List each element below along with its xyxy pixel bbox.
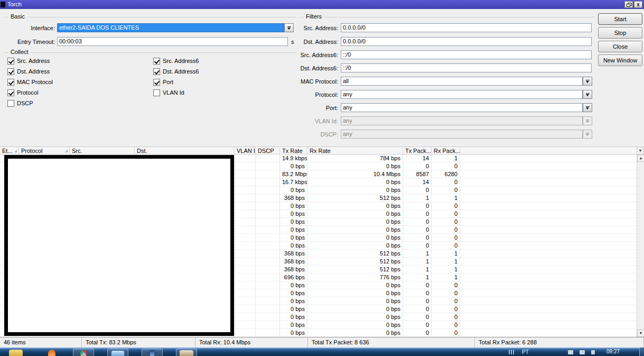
filter-dropdown-mac-protocol[interactable] (583, 77, 592, 86)
checkbox-checked-icon[interactable] (153, 68, 160, 75)
cell-tx-packets: 14 (403, 154, 432, 162)
cell-rx-packets: 0 (432, 218, 460, 225)
cell-tx-rate: 0 bps (280, 297, 307, 305)
clock[interactable]: 09:27 (606, 349, 620, 354)
cell-dscp (256, 218, 280, 225)
column-header-vlan-id[interactable]: VLAN Id (235, 147, 256, 154)
filter-field-port[interactable]: any (341, 103, 583, 112)
close-button[interactable]: Close (598, 41, 642, 52)
column-header-rx-pack[interactable]: Rx Pack... (432, 147, 460, 154)
filter-dropdown-vlan-id (583, 116, 592, 125)
cell-dscp (256, 305, 280, 313)
media-player-icon-glyph (48, 350, 55, 356)
interface-label: Interface: (2, 25, 55, 31)
cell-tx-rate: 0 bps (280, 218, 307, 225)
tray-icon[interactable] (591, 350, 595, 354)
app-window-icon[interactable] (107, 349, 128, 356)
combo-arrow-icon (586, 93, 590, 94)
cell-dscp (256, 273, 280, 281)
cell-vlan-id (235, 170, 256, 178)
paint-icon[interactable] (176, 349, 197, 356)
checkbox-checked-icon[interactable] (7, 79, 14, 86)
cell-rx-rate: 0 bps (307, 178, 403, 186)
basic-group-legend: Basic (8, 13, 27, 20)
filter-field-dst-address[interactable]: 0.0.0.0/0 (341, 37, 592, 46)
start-button[interactable]: Start (598, 13, 642, 25)
interface-field[interactable]: ether2-SAIDA DOS CLIENTES (57, 23, 284, 32)
filter-dropdown-protocol[interactable] (583, 90, 592, 99)
cell-rx-packets: 0 (432, 178, 460, 186)
filter-field-dst-address6[interactable]: ::/0 (341, 63, 592, 72)
column-header-dscp[interactable]: DSCP (256, 147, 280, 154)
checkbox-checked-icon[interactable] (7, 68, 14, 75)
filter-dropdown-port[interactable] (583, 103, 592, 112)
cell-rx-rate: 776 bps (307, 273, 403, 281)
column-header-et[interactable]: Et... (0, 147, 19, 154)
column-header-tx-rate[interactable]: Tx Rate (280, 147, 307, 154)
explorer-icon[interactable] (5, 349, 26, 356)
titlebar[interactable]: Torch x (0, 0, 644, 9)
column-header-dst[interactable]: Dst. (135, 147, 235, 154)
new-window-button[interactable]: New Window (598, 54, 642, 66)
cell-tx-packets: 0 (403, 162, 432, 170)
cell-rx-packets: 0 (432, 234, 460, 241)
filter-field-src-address6[interactable]: ::/0 (341, 50, 592, 59)
column-header-src[interactable]: Src. (70, 147, 135, 154)
cell-rx-rate: 0 bps (307, 162, 403, 170)
filter-field-protocol[interactable]: any (341, 90, 583, 99)
cell-vlan-id (235, 258, 256, 265)
volume-tray-icon[interactable] (580, 350, 585, 354)
basic-group-line: Basic (4, 17, 296, 17)
column-header-rx-rate[interactable]: Rx Rate (307, 147, 403, 154)
checkbox-unchecked-icon[interactable] (7, 100, 14, 107)
filter-label-dscp: DSCP: (288, 131, 338, 138)
cell-tx-packets: 0 (403, 242, 432, 249)
chrome-icon[interactable] (73, 349, 94, 356)
checkbox-checked-icon[interactable] (153, 58, 160, 65)
cell-rx-rate: 512 bps (307, 258, 403, 265)
cell-dscp (256, 202, 280, 209)
restore-button[interactable] (624, 1, 633, 8)
hidden-icons-button[interactable] (509, 350, 515, 354)
cell-tx-rate: 0 bps (280, 313, 307, 321)
column-header-tx-pack[interactable]: Tx Pack... (403, 147, 432, 154)
cell-tx-packets: 0 (403, 321, 432, 328)
cell-vlan-id (235, 289, 256, 297)
cell-rx-packets: 1 (432, 194, 460, 202)
show-desktop-button[interactable] (639, 348, 644, 356)
winbox-icon[interactable] (142, 349, 163, 356)
column-config-button[interactable]: ▼ (637, 147, 644, 154)
filter-field-src-address[interactable]: 0.0.0.0/0 (341, 23, 592, 32)
status-total-rx: Total Rx: 10.4 Mbps (195, 337, 308, 348)
column-header-protocol[interactable]: Protocol (19, 147, 70, 154)
network-tray-icon[interactable] (568, 350, 573, 354)
cell-rx-packets: 0 (432, 226, 460, 233)
language-indicator[interactable]: PT (522, 349, 529, 355)
cell-filler (460, 250, 637, 257)
cell-tx-rate: 0 bps (280, 202, 307, 209)
cell-filler (460, 321, 637, 328)
cell-vlan-id (235, 234, 256, 241)
checkbox-checked-icon[interactable] (7, 58, 14, 65)
cell-rx-rate: 0 bps (307, 305, 403, 313)
checkbox-checked-icon[interactable] (7, 89, 14, 96)
cell-filler (460, 273, 637, 281)
cell-filler (460, 226, 637, 233)
stop-button[interactable]: Stop (598, 27, 642, 39)
cell-filler (460, 154, 637, 162)
scroll-up-button[interactable]: ▲ (637, 154, 644, 162)
cell-dscp (256, 266, 280, 273)
cell-dscp (256, 186, 280, 194)
media-player-icon[interactable] (41, 349, 62, 356)
windows-taskbar: PT 09:27 (0, 348, 644, 356)
entry-timeout-label: Entry Timeout: (2, 39, 55, 45)
checkbox-checked-icon[interactable] (153, 79, 160, 86)
vertical-scrollbar[interactable]: ▲ ▼ (637, 154, 644, 337)
close-window-button[interactable]: x (634, 1, 642, 8)
checkbox-unchecked-icon[interactable] (153, 89, 160, 96)
entry-timeout-field[interactable]: 00:00:03 (57, 37, 288, 46)
filter-field-mac-protocol[interactable]: all (341, 77, 583, 86)
cell-dscp (256, 258, 280, 265)
cell-dscp (256, 170, 280, 178)
scroll-down-button[interactable]: ▼ (637, 330, 644, 337)
